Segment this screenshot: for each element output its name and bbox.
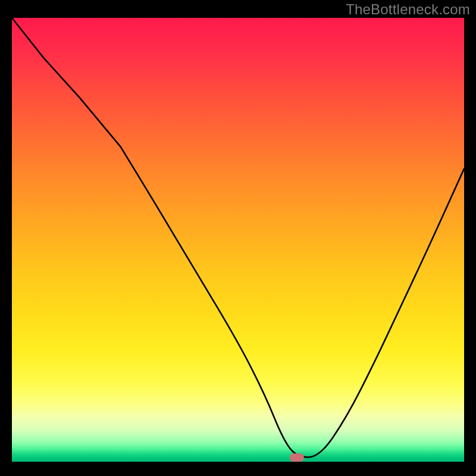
plot-area xyxy=(12,18,464,462)
chart-frame: TheBottleneck.com xyxy=(0,0,476,476)
watermark-text: TheBottleneck.com xyxy=(346,1,470,18)
bottleneck-curve xyxy=(12,18,464,462)
optimal-point-marker xyxy=(290,453,304,462)
